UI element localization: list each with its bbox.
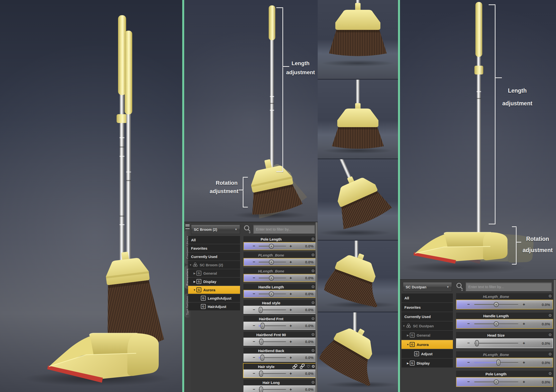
expand-arrow-icon[interactable]: ▶ [406,334,410,337]
slider-track[interactable] [259,278,286,279]
expand-arrow-icon[interactable]: ▶ [193,280,196,283]
list-item-display[interactable]: ▶ G Display [188,278,240,286]
slider-track[interactable] [259,262,286,263]
nudge-minus-button[interactable]: − [253,306,255,313]
expand-arrow-icon[interactable]: ▶ [406,362,410,365]
gear-icon[interactable]: ⚙ [311,300,315,306]
slider-handle[interactable] [494,302,499,307]
favorite-heart-icon[interactable]: ♡ [306,364,310,369]
slider-handle[interactable] [269,275,274,281]
nudge-minus-button[interactable]: − [467,300,470,309]
slider-handle[interactable] [269,244,274,249]
slider-handle[interactable] [259,339,263,345]
gear-icon[interactable]: ⚙ [311,316,315,321]
slider-handle[interactable] [494,380,499,385]
slider-track[interactable] [259,373,286,374]
nudge-plus-button[interactable]: + [523,378,525,386]
nudge-plus-button[interactable]: + [523,358,525,367]
slider-track[interactable] [474,362,518,363]
list-item-sc-broom[interactable]: ▼ SC Broom (2) [188,261,240,269]
nudge-plus-button[interactable]: + [523,319,525,328]
slider-track[interactable] [474,304,518,305]
nudge-minus-button[interactable]: − [253,322,255,329]
slider-handle[interactable] [494,321,499,327]
slider-track[interactable] [474,323,518,324]
nudge-plus-button[interactable]: + [290,274,292,282]
nudge-minus-button[interactable]: − [253,386,255,392]
scope-selector-dropdown[interactable]: SC Broom (2) ▼ [191,225,240,234]
gear-icon[interactable]: ⚙ [548,332,552,338]
gear-icon[interactable]: ⚙ [548,313,552,318]
list-item-sc-dustpan[interactable]: ▼ SC Dustpan [401,321,453,331]
nudge-minus-button[interactable]: − [467,358,470,367]
list-item-aurora[interactable]: ▼ G Aurora [188,286,240,294]
expand-arrow-icon[interactable]: ▼ [402,325,406,327]
gear-icon[interactable]: ⚙ [311,252,315,258]
nudge-minus-button[interactable]: − [253,274,255,282]
nudge-plus-button[interactable]: + [290,338,292,345]
slider-track[interactable] [259,294,286,294]
list-item-all[interactable]: All [188,236,240,244]
slider-track[interactable] [259,246,286,247]
filter-input[interactable] [466,282,552,291]
parameter-slider[interactable]: − + 0.0% [243,338,316,346]
slider-handle[interactable] [259,307,263,313]
search-icon[interactable] [243,224,252,234]
list-item-favorites[interactable]: Favorites [188,244,240,252]
parameter-slider[interactable]: − + 0.0% [243,385,316,392]
nudge-plus-button[interactable]: + [290,243,292,250]
nudge-minus-button[interactable]: − [253,354,255,361]
slider-handle[interactable] [261,323,265,329]
parameter-slider[interactable]: − + 0.0% [456,338,553,348]
parameter-slider[interactable]: − + 0.0% [243,369,316,378]
nudge-minus-button[interactable]: − [253,243,255,250]
gear-icon[interactable]: ⚙ [311,380,315,385]
nudge-plus-button[interactable]: + [290,354,292,361]
slider-handle[interactable] [259,386,263,392]
list-item-general[interactable]: ▶ G General [401,331,453,340]
parameter-slider[interactable]: − + 0.0% [243,290,316,298]
nudge-minus-button[interactable]: − [467,339,470,348]
parameter-slider[interactable]: − + 0.0% [456,319,553,329]
nudge-minus-button[interactable]: − [253,338,255,345]
expand-arrow-icon[interactable]: ▼ [189,264,193,266]
parameter-slider[interactable]: − + 0.0% [243,306,316,314]
slider-track[interactable] [259,357,286,358]
gear-icon[interactable]: ⚙ [311,284,315,290]
list-item-favorites[interactable]: Favorites [401,303,453,312]
list-item-hairadjust[interactable]: G HairAdjust [188,303,240,311]
nudge-plus-button[interactable]: + [290,306,292,313]
filter-input[interactable] [253,225,315,233]
expand-arrow-icon[interactable]: ▼ [193,289,196,291]
gear-icon[interactable]: ⚙ [311,332,315,337]
slider-track[interactable] [259,325,286,326]
slider-handle[interactable] [269,291,274,296]
parameter-slider[interactable]: − + 0.0% [456,300,553,309]
gear-icon[interactable]: ⚙ [311,348,315,353]
nudge-plus-button[interactable]: + [290,322,292,329]
gear-icon[interactable]: ⚙ [312,364,315,369]
slider-track[interactable] [259,389,286,390]
gear-icon[interactable]: ⚙ [311,268,315,274]
parameter-slider[interactable]: − + 0.0% [243,274,316,282]
menu-icon[interactable] [185,224,190,229]
parameter-slider[interactable]: − + 0.0% [243,322,316,330]
nudge-minus-button[interactable]: − [467,378,470,386]
nudge-minus-button[interactable]: − [467,319,470,328]
list-item-currently-used[interactable]: Currently Used [401,312,453,321]
list-item-display[interactable]: ▶ G Display [401,359,453,368]
list-item-all[interactable]: All [401,294,453,303]
nudge-minus-button[interactable]: − [253,290,255,297]
gear-icon[interactable]: ⚙ [548,294,552,299]
slider-handle[interactable] [259,370,263,377]
list-item-aurora[interactable]: ▼ G Aurora [401,340,453,349]
list-item-adjust[interactable]: G Adjust [401,349,453,358]
nudge-plus-button[interactable]: + [523,339,525,348]
nudge-minus-button[interactable]: − [253,258,255,266]
slider-track[interactable] [474,381,518,382]
nudge-minus-button[interactable]: − [253,370,255,377]
nudge-plus-button[interactable]: + [290,290,292,297]
parameter-slider[interactable]: − + 0.0% [243,354,316,362]
unlink-icon[interactable] [299,364,305,369]
link-icon[interactable] [292,364,298,369]
